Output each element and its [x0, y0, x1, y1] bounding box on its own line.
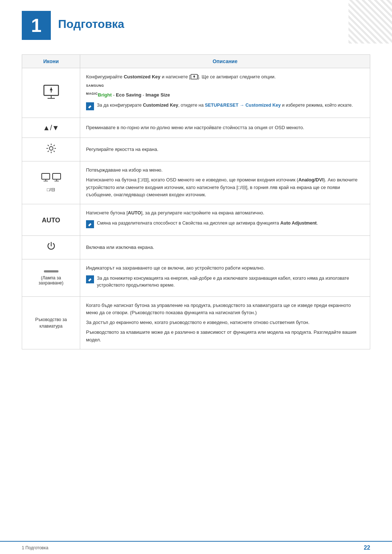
power-icon — [46, 241, 57, 252]
arrows-updown-icon: ▲/▼ — [43, 124, 59, 132]
desc-text-brightness: Регулирайте яркостта на екрана. — [86, 146, 364, 153]
desc-power: Включва или изключва екрана. — [86, 244, 364, 251]
desc-cell-power: Включва или изключва екрана. — [80, 236, 370, 259]
col-icons-header: Икони — [22, 55, 80, 68]
auto-text-icon: AUTO — [42, 217, 60, 224]
icon-cell-arrows: ▲/▼ — [22, 118, 80, 138]
icon-cell-lamp: (Лампа за захранване) — [22, 259, 80, 297]
table-header-row: Икони Описание — [22, 55, 370, 68]
footer-page-number: 22 — [364, 545, 370, 551]
analog-dvi-text: Analog/DVI — [298, 177, 323, 182]
eco-saving-text: Eco Saving — [116, 92, 141, 98]
desc-text-customized-1: Конфигурирайте Customized Key и натиснет… — [86, 73, 364, 81]
table-row: AUTO Натиснете бутона [AUTO], за да регу… — [22, 204, 370, 236]
lamp-line-icon — [44, 270, 58, 272]
header-section: 1 Подготовка — [0, 0, 392, 47]
svg-line-18 — [48, 151, 49, 152]
table-row: Включва или изключва екрана. — [22, 236, 370, 259]
icon-cell-monitor-up — [22, 68, 80, 118]
desc-cell-auto: Натиснете бутона [AUTO], за да регулират… — [80, 204, 370, 236]
desc-cell-customized: Конфигурирайте Customized Key и натиснет… — [80, 68, 370, 118]
image-size-text: Image Size — [146, 92, 170, 98]
setup-reset-path: SETUP&RESET → Customized Key — [205, 103, 281, 108]
desc-keyboard-1: Когато бъде натиснат бутона за управлени… — [86, 302, 364, 317]
chapter-title: Подготовка — [58, 11, 124, 31]
source-slash-label: □/⊟ — [28, 187, 74, 192]
auto-bold: AUTO — [128, 210, 141, 216]
desc-cell-source: Потвърждаване на избор на меню. Натискан… — [80, 161, 370, 204]
icon-cell-source: □/⊟ — [22, 161, 80, 204]
svg-line-15 — [48, 145, 49, 146]
monitor-dual-icon — [41, 173, 61, 183]
desc-cell-lamp: Индикаторът на захранването ще се включи… — [80, 259, 370, 297]
note-block-customized: За да конфигурирате Customized Key, отид… — [86, 102, 364, 110]
desc-auto-1: Натиснете бутона [AUTO], за да регулират… — [86, 209, 364, 217]
chapter-block: 1 Подготовка — [22, 11, 370, 40]
sun-icon — [46, 143, 57, 154]
icon-cell-brightness — [22, 138, 80, 161]
desc-keyboard-2: За достъп до екранното меню, когато ръко… — [86, 319, 364, 327]
note-text-auto: Смяна на разделителната способност в Сво… — [97, 220, 318, 227]
svg-point-10 — [49, 147, 53, 150]
note-block-lamp: За да понижитер консумацията на енергия,… — [86, 275, 364, 289]
icon-cell-auto: AUTO — [22, 204, 80, 236]
table-row: Регулирайте яркостта на екрана. — [22, 138, 370, 161]
info-table: Икони Описание — [22, 54, 370, 349]
note-block-auto: Смяна на разделителната способност в Сво… — [86, 220, 364, 228]
note-icon-customized — [86, 102, 94, 110]
main-content: Икони Описание — [0, 47, 392, 364]
svg-rect-19 — [42, 173, 50, 179]
desc-text-arrows: Преминавате в по-горно или по-долно меню… — [86, 124, 364, 132]
lamp-icon-wrap: (Лампа за захранване) — [28, 270, 74, 286]
pencil-icon — [87, 104, 93, 109]
icon-cell-power — [22, 236, 80, 259]
chapter-number: 1 — [22, 11, 51, 40]
table-row: □/⊟ Потвърждаване на избор на меню. Нати… — [22, 161, 370, 204]
desc-cell-arrows: Преминавате в по-горно или по-долно меню… — [80, 118, 370, 138]
desc-cell-keyboard: Когато бъде натиснат бутона за управлени… — [80, 296, 370, 349]
monitor-up-icon — [42, 85, 60, 99]
svg-line-17 — [53, 145, 54, 146]
svg-marker-7 — [193, 75, 195, 77]
svg-rect-23 — [53, 173, 61, 179]
desc-cell-brightness: Регулирайте яркостта на екрана. — [80, 138, 370, 161]
note-icon-lamp — [86, 275, 94, 283]
customized-key-bold: Customized Key — [124, 74, 160, 79]
desc-lamp-1: Индикаторът на захранването ще се включи… — [86, 264, 364, 272]
auto-adj-text: Auto Adjustment — [280, 221, 317, 226]
icon-cell-keyboard: Ръководство заклавиатура — [22, 296, 80, 349]
desc-source-2: Натискането на бутона [□/⊟], когато OSD … — [86, 176, 364, 199]
bright-eco-text: Bright — [98, 92, 112, 98]
svg-line-16 — [53, 151, 54, 152]
col-desc-header: Описание — [80, 55, 370, 68]
note-text-customized: За да конфигурирате Customized Key, отид… — [97, 102, 353, 109]
table-row: Ръководство заклавиатура Когато бъде нат… — [22, 296, 370, 349]
pencil-icon-auto — [87, 222, 93, 227]
table-row: (Лампа за захранване) Индикаторът на зах… — [22, 259, 370, 297]
note-text-lamp: За да понижитер консумацията на енергия,… — [97, 275, 364, 289]
note-icon-auto — [86, 220, 94, 228]
desc-source-1: Потвърждаване на избор на меню. — [86, 167, 364, 174]
pencil-icon-lamp — [87, 277, 93, 282]
lamp-label-text: (Лампа за захранване) — [28, 275, 74, 286]
page-footer: 1 Подготовка 22 — [0, 541, 392, 554]
desc-text-samsung-magic: SAMSUNGMAGICBright - Eco Saving - Image … — [86, 83, 364, 99]
keyboard-guide-label: Ръководство заклавиатура — [28, 316, 74, 329]
desc-keyboard-3: Ръководството за клавишите може да е раз… — [86, 329, 364, 344]
monitor-btn-icon — [191, 74, 198, 81]
note-customized-key: Customized Key — [143, 103, 178, 108]
table-row: Конфигурирайте Customized Key и натиснет… — [22, 68, 370, 118]
footer-chapter-label: 1 Подготовка — [22, 545, 48, 550]
table-row: ▲/▼ Преминавате в по-горно или по-долно … — [22, 118, 370, 138]
